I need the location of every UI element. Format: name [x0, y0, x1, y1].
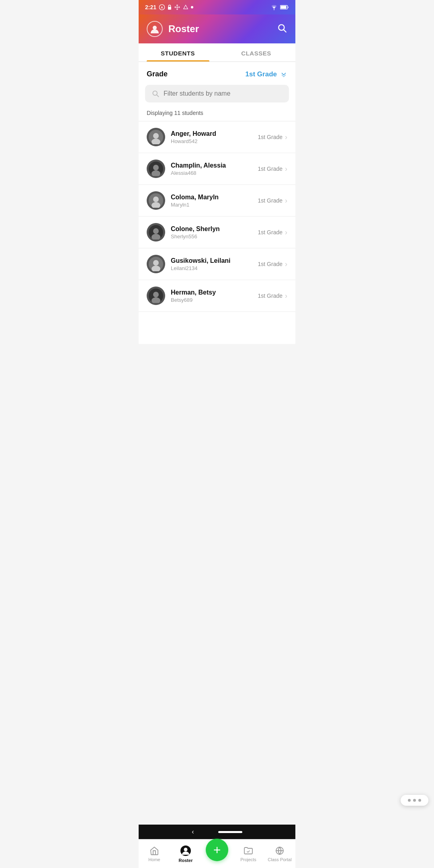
- svg-point-23: [153, 228, 159, 234]
- student-list: Anger, Howard Howard542 1st Grade › Cham…: [139, 121, 295, 312]
- student-row[interactable]: Anger, Howard Howard542 1st Grade ›: [139, 121, 295, 153]
- search-icon: [151, 90, 160, 98]
- student-username: Howard542: [171, 138, 258, 144]
- main-content: Grade 1st Grade Displaying 11 students: [139, 62, 295, 344]
- student-grade-area: 1st Grade ›: [258, 165, 287, 173]
- svg-point-29: [153, 292, 159, 297]
- student-info: Colone, Sherlyn Sherlyn556: [171, 225, 258, 240]
- svg-rect-7: [280, 6, 286, 9]
- student-grade-area: 1st Grade ›: [258, 260, 287, 268]
- student-avatar: [147, 160, 165, 178]
- student-row[interactable]: Colone, Sherlyn Sherlyn556 1st Grade ›: [139, 217, 295, 248]
- dot-icon: [191, 6, 193, 8]
- coros-icon: A: [159, 4, 165, 10]
- svg-point-4: [191, 6, 193, 8]
- triangle-icon: [183, 4, 188, 10]
- student-grade-area: 1st Grade ›: [258, 197, 287, 205]
- student-avatar: [147, 287, 165, 305]
- student-username: Betsy689: [171, 297, 258, 303]
- student-grade: 1st Grade: [258, 229, 283, 235]
- student-count: Displaying 11 students: [139, 108, 295, 121]
- student-grade-area: 1st Grade ›: [258, 133, 287, 141]
- student-username: Leilani2134: [171, 265, 258, 271]
- header-left: Roster: [147, 21, 199, 37]
- chevron-right-icon: ›: [285, 260, 287, 268]
- svg-point-5: [274, 9, 274, 10]
- chevron-right-icon: ›: [285, 133, 287, 141]
- tab-classes[interactable]: CLASSES: [217, 43, 295, 61]
- student-grade: 1st Grade: [258, 293, 283, 299]
- student-row[interactable]: Herman, Betsy Betsy689 1st Grade ›: [139, 280, 295, 312]
- status-left: 2:21 A: [145, 4, 193, 10]
- svg-point-3: [176, 6, 178, 8]
- status-right: [270, 4, 289, 10]
- app-header: Roster: [139, 14, 295, 43]
- svg-point-8: [153, 26, 157, 30]
- svg-point-20: [153, 197, 159, 202]
- search-container: [139, 85, 295, 108]
- svg-rect-2: [168, 7, 171, 10]
- student-avatar: [147, 223, 165, 242]
- status-time: 2:21: [145, 4, 156, 10]
- wifi-icon: [270, 4, 278, 10]
- student-info: Champlin, Alessia Alessia468: [171, 162, 258, 176]
- battery-icon: [280, 5, 289, 10]
- tab-students[interactable]: STUDENTS: [139, 43, 217, 61]
- student-name: Champlin, Alessia: [171, 162, 258, 169]
- chevron-right-icon: ›: [285, 292, 287, 300]
- student-name: Coloma, Maryln: [171, 194, 258, 201]
- grade-label: Grade: [147, 70, 168, 78]
- user-avatar[interactable]: [147, 21, 163, 37]
- student-grade: 1st Grade: [258, 197, 283, 204]
- grade-dropdown-icon: [280, 71, 287, 78]
- grade-row: Grade 1st Grade: [139, 62, 295, 85]
- svg-line-12: [157, 95, 159, 97]
- svg-text:A: A: [161, 6, 163, 9]
- student-info: Gusikowski, Leilani Leilani2134: [171, 257, 258, 271]
- chevron-right-icon: ›: [285, 197, 287, 205]
- student-name: Herman, Betsy: [171, 289, 258, 296]
- student-grade: 1st Grade: [258, 261, 283, 267]
- page-title: Roster: [168, 23, 199, 35]
- student-name: Colone, Sherlyn: [171, 225, 258, 233]
- student-name: Gusikowski, Leilani: [171, 257, 258, 264]
- student-username: Alessia468: [171, 170, 258, 176]
- search-button[interactable]: [277, 23, 287, 35]
- chevron-right-icon: ›: [285, 165, 287, 173]
- svg-point-17: [153, 165, 159, 170]
- student-grade: 1st Grade: [258, 166, 283, 172]
- tab-bar: STUDENTS CLASSES: [139, 43, 295, 62]
- grade-selector[interactable]: 1st Grade: [246, 70, 287, 78]
- student-row[interactable]: Gusikowski, Leilani Leilani2134 1st Grad…: [139, 248, 295, 280]
- student-row[interactable]: Coloma, Maryln Maryln1 1st Grade ›: [139, 185, 295, 217]
- status-bar: 2:21 A: [139, 0, 295, 14]
- student-grade-area: 1st Grade ›: [258, 292, 287, 300]
- student-row[interactable]: Champlin, Alessia Alessia468 1st Grade ›: [139, 153, 295, 185]
- svg-line-10: [284, 30, 286, 32]
- student-info: Anger, Howard Howard542: [171, 130, 258, 144]
- svg-point-26: [153, 260, 159, 266]
- search-box: [145, 85, 289, 102]
- student-avatar: [147, 255, 165, 273]
- search-input[interactable]: [164, 90, 283, 97]
- student-grade-area: 1st Grade ›: [258, 228, 287, 237]
- student-name: Anger, Howard: [171, 130, 258, 137]
- student-username: Sherlyn556: [171, 233, 258, 240]
- student-avatar: [147, 191, 165, 210]
- fan-icon: [174, 4, 180, 10]
- grade-selected-value: 1st Grade: [246, 70, 277, 78]
- student-grade: 1st Grade: [258, 134, 283, 140]
- svg-point-14: [153, 133, 159, 139]
- student-username: Maryln1: [171, 202, 258, 208]
- lock-icon: [168, 4, 172, 10]
- chevron-right-icon: ›: [285, 228, 287, 237]
- student-info: Herman, Betsy Betsy689: [171, 289, 258, 303]
- student-info: Coloma, Maryln Maryln1: [171, 194, 258, 208]
- student-avatar: [147, 128, 165, 146]
